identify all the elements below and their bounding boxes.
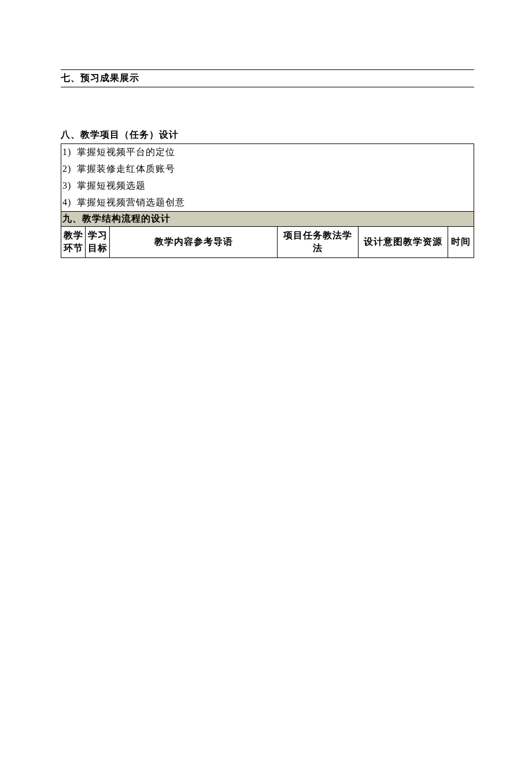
header-content-reference: 教学内容参考导语	[110, 227, 278, 257]
task-number: 1)	[62, 147, 74, 157]
task-text: 掌握短视频平台的定位	[77, 147, 175, 157]
table-row: 教学环节 学习目标 教学内容参考导语 项目任务教法学法 设计意图教学资源 时间	[61, 227, 474, 257]
section-seven-header: 七、预习成果展示	[61, 69, 474, 87]
structure-header-table: 教学环节 学习目标 教学内容参考导语 项目任务教法学法 设计意图教学资源 时间	[61, 227, 474, 258]
section-nine-title: 九、教学结构流程的设计	[61, 212, 474, 227]
header-project-method: 项目任务教法学法	[278, 227, 359, 257]
task-list: 1) 掌握短视频平台的定位 2) 掌握装修走红体质账号 3) 掌握短视频选题 4…	[61, 144, 474, 212]
task-item: 1) 掌握短视频平台的定位	[61, 144, 474, 161]
task-text: 掌握装修走红体质账号	[77, 164, 175, 174]
task-item: 4) 掌握短视频营销选题创意	[61, 194, 474, 211]
header-time: 时间	[448, 227, 474, 257]
task-number: 3)	[62, 181, 74, 191]
section-eight-title: 八、教学项目（任务）设计	[61, 129, 474, 144]
task-text: 掌握短视频营销选题创意	[77, 197, 185, 207]
header-learning-objective: 学习目标	[86, 227, 110, 257]
header-teaching-link: 教学环节	[61, 227, 86, 257]
header-design-resource: 设计意图教学资源	[359, 227, 448, 257]
task-item: 3) 掌握短视频选题	[61, 178, 474, 194]
task-text: 掌握短视频选题	[77, 181, 146, 190]
section-seven-title: 七、预习成果展示	[61, 72, 474, 84]
task-number: 4)	[62, 197, 74, 208]
task-number: 2)	[62, 164, 74, 174]
task-item: 2) 掌握装修走红体质账号	[61, 161, 474, 178]
